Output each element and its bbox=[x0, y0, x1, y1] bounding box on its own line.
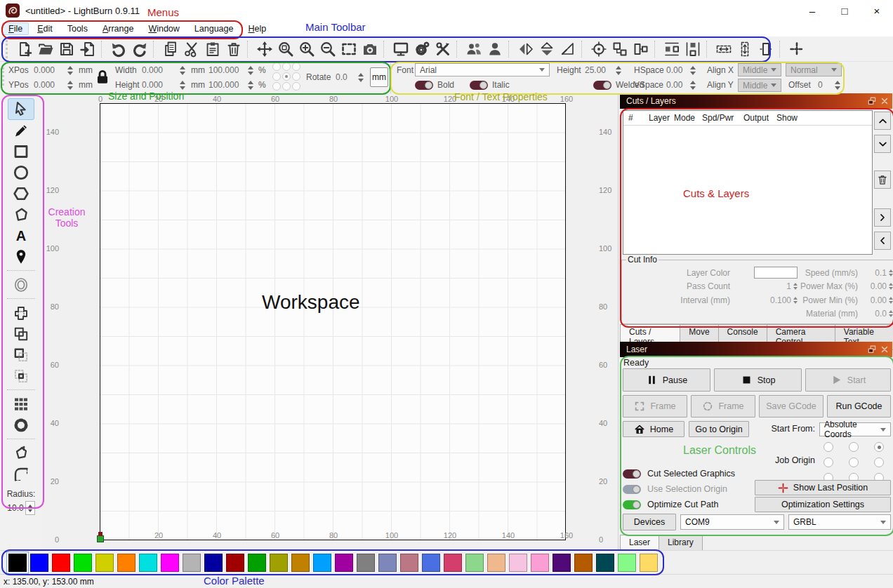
menu-tools[interactable]: Tools bbox=[61, 22, 94, 35]
anchor-dot[interactable] bbox=[282, 62, 291, 71]
palette-color-13[interactable] bbox=[291, 554, 310, 572]
maximize-button[interactable]: □ bbox=[828, 0, 861, 21]
port-dropdown[interactable]: COM9 bbox=[680, 514, 784, 530]
layer-right-button[interactable] bbox=[874, 208, 891, 227]
start-from-dropdown[interactable]: Absolute Coords bbox=[819, 422, 891, 436]
font-height-input[interactable]: 25.00 bbox=[585, 65, 606, 75]
zoom-to-page-button[interactable] bbox=[275, 39, 296, 60]
interval-input[interactable]: 0.100 bbox=[770, 295, 791, 305]
material-input[interactable]: 0.0 bbox=[875, 309, 887, 319]
copy-button[interactable] bbox=[160, 39, 181, 60]
edit-node-tool-button[interactable] bbox=[8, 205, 34, 225]
palette-color-2[interactable] bbox=[52, 554, 70, 572]
devices-button[interactable]: Devices bbox=[623, 514, 676, 530]
polygon-tool-button[interactable] bbox=[8, 184, 34, 204]
align-x-dropdown[interactable]: Middle bbox=[738, 63, 781, 76]
rotate-input[interactable]: 0.0 bbox=[336, 72, 348, 82]
team-users-button[interactable] bbox=[463, 39, 484, 60]
height-spinner[interactable] bbox=[178, 79, 186, 91]
float-panel-icon[interactable] bbox=[867, 345, 877, 354]
palette-color-23[interactable] bbox=[509, 554, 527, 572]
palette-color-26[interactable] bbox=[574, 554, 593, 572]
undo-button[interactable] bbox=[108, 39, 129, 60]
zoom-in-button[interactable] bbox=[296, 39, 317, 60]
save-gcode-button[interactable]: Save GCode bbox=[759, 395, 823, 417]
palette-color-25[interactable] bbox=[553, 554, 571, 572]
mirror-shape-button[interactable] bbox=[557, 39, 578, 60]
resize-shape-button[interactable] bbox=[755, 39, 776, 60]
anchor-dot[interactable] bbox=[292, 72, 300, 81]
height-input[interactable]: 0.000 bbox=[142, 80, 163, 90]
font-height-spinner[interactable] bbox=[614, 65, 622, 76]
frame-rect-button[interactable]: Frame bbox=[623, 395, 687, 417]
palette-color-6[interactable] bbox=[139, 554, 157, 572]
spinner[interactable] bbox=[889, 269, 893, 276]
menu-window[interactable]: Window bbox=[142, 22, 185, 35]
anchor-dot[interactable] bbox=[282, 82, 291, 91]
go-to-origin-button[interactable]: Go to Origin bbox=[689, 421, 749, 437]
bool-subtract-tool-button[interactable] bbox=[8, 345, 34, 366]
rect-tool-button[interactable] bbox=[8, 142, 34, 162]
radius-input[interactable]: 10.0 bbox=[7, 503, 23, 513]
palette-color-17[interactable] bbox=[378, 554, 397, 572]
palette-color-7[interactable] bbox=[161, 554, 179, 572]
distribute-horizontal-button[interactable] bbox=[661, 39, 682, 60]
palette-color-11[interactable] bbox=[248, 554, 266, 572]
make-same-height-button[interactable] bbox=[734, 39, 755, 60]
float-panel-icon[interactable] bbox=[867, 96, 877, 106]
palette-color-18[interactable] bbox=[400, 554, 418, 572]
menu-file[interactable]: File bbox=[2, 22, 29, 35]
palette-color-4[interactable] bbox=[95, 554, 114, 572]
palette-color-12[interactable] bbox=[270, 554, 288, 572]
paste-button[interactable] bbox=[202, 39, 223, 60]
layer-left-button[interactable] bbox=[874, 232, 891, 250]
weld-tool-button[interactable] bbox=[8, 303, 34, 323]
align-shapes-button[interactable] bbox=[609, 39, 630, 60]
anchor-dot[interactable] bbox=[292, 62, 300, 71]
pan-view-button[interactable] bbox=[254, 39, 275, 60]
pause-button[interactable]: Pause bbox=[623, 368, 710, 392]
palette-color-22[interactable] bbox=[487, 554, 505, 572]
circular-array-tool-button[interactable] bbox=[8, 415, 34, 436]
home-button[interactable]: Home bbox=[623, 421, 684, 437]
palette-color-28[interactable] bbox=[618, 554, 636, 572]
close-panel-icon[interactable] bbox=[880, 96, 889, 106]
tab-laser[interactable]: Laser bbox=[620, 535, 659, 551]
push-apart-button[interactable] bbox=[630, 39, 651, 60]
ypos-input[interactable]: 0.000 bbox=[34, 80, 55, 90]
toolbar-drag-handle[interactable] bbox=[6, 40, 11, 58]
cut-selected-graphics-toggle[interactable] bbox=[623, 469, 641, 479]
flip-vertical-button[interactable] bbox=[536, 39, 557, 60]
speed-input[interactable]: 0.1 bbox=[875, 268, 887, 278]
palette-color-29[interactable] bbox=[640, 554, 658, 572]
vspace-input[interactable]: 0.00 bbox=[666, 80, 682, 90]
zoom-out-button[interactable] bbox=[317, 39, 338, 60]
settings-gear-button[interactable] bbox=[411, 39, 432, 60]
laser-panel-titlebar[interactable]: Laser bbox=[620, 342, 892, 357]
minimize-button[interactable]: – bbox=[796, 0, 828, 21]
width-percent-spinner[interactable] bbox=[246, 65, 254, 76]
text-style-dropdown[interactable]: Normal bbox=[786, 63, 842, 76]
device-settings-button[interactable] bbox=[432, 39, 454, 60]
power-min-input[interactable]: 0.00 bbox=[871, 295, 887, 305]
offset-spinner[interactable] bbox=[833, 79, 841, 91]
anchor-point-selector[interactable] bbox=[272, 62, 301, 91]
flip-horizontal-button[interactable] bbox=[515, 39, 536, 60]
frame-circle-button[interactable]: Frame bbox=[691, 395, 755, 417]
palette-color-14[interactable] bbox=[313, 554, 331, 572]
palette-color-21[interactable] bbox=[465, 554, 484, 572]
close-button[interactable]: × bbox=[861, 0, 893, 21]
bool-intersect-tool-button[interactable] bbox=[8, 366, 34, 387]
palette-color-5[interactable] bbox=[117, 554, 135, 572]
layer-color-swatch[interactable] bbox=[754, 267, 798, 279]
redo-button[interactable] bbox=[129, 39, 150, 60]
draw-pencil-button[interactable] bbox=[8, 121, 34, 141]
anchor-dot[interactable] bbox=[292, 82, 300, 91]
save-file-button[interactable] bbox=[56, 39, 77, 60]
bold-toggle[interactable] bbox=[415, 81, 433, 90]
lock-aspect-button[interactable] bbox=[93, 68, 112, 86]
select-arrow-button[interactable] bbox=[8, 98, 34, 120]
close-panel-icon[interactable] bbox=[880, 345, 889, 354]
spinner[interactable] bbox=[889, 283, 893, 290]
hspace-input[interactable]: 0.00 bbox=[666, 65, 682, 75]
